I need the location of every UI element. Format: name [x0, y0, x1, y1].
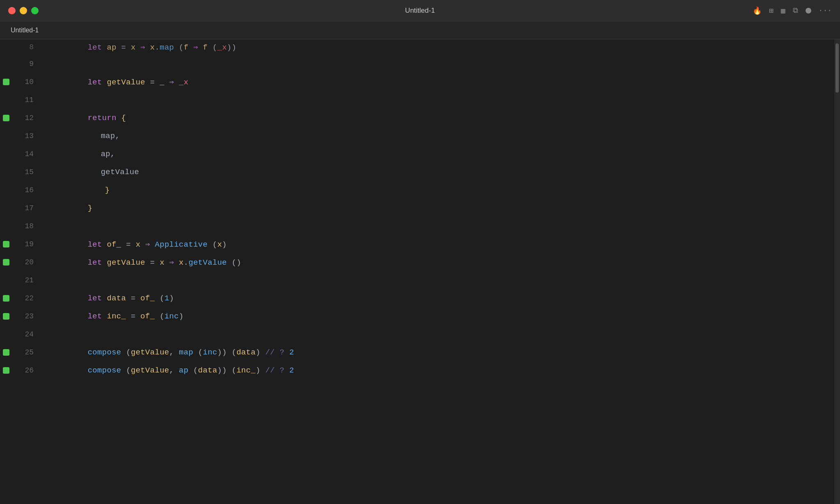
titlebar-actions: 🔥 ⊞ ▦ ⧉ ···: [753, 6, 832, 15]
breakpoint-dot-26: [3, 367, 9, 374]
line-number-22: 22: [12, 294, 45, 302]
breakpoint-dot-19: [3, 241, 9, 247]
line-number-24: 24: [12, 330, 45, 338]
line-number-25: 25: [12, 348, 45, 356]
line-row-20: 20 let getValue = x ⇒ x.getValue (): [0, 253, 840, 271]
line-number-9: 9: [12, 60, 45, 68]
line-row-8: 8 let ap = x ⇒ x.map (f ⇒ f (_x)): [0, 39, 840, 55]
flame-icon[interactable]: 🔥: [753, 6, 762, 15]
line-row-12: 12 return {: [0, 109, 840, 127]
line-number-17: 17: [12, 204, 45, 212]
scrollbar[interactable]: [834, 39, 840, 504]
breakpoint-dot-20: [3, 259, 9, 266]
line-row-10: 10 let getValue = _ ⇒ _x: [0, 73, 840, 91]
code-area: 8 let ap = x ⇒ x.map (f ⇒ f (_x)) 9 10 l…: [0, 39, 840, 504]
line-row-13: 13 map,: [0, 127, 840, 145]
breakpoint-26[interactable]: [0, 367, 12, 374]
titlebar: Untitled-1 🔥 ⊞ ▦ ⧉ ···: [0, 0, 840, 21]
window-title: Untitled-1: [405, 7, 435, 15]
line-content-26: compose (getValue, ap (data)) (inc_) // …: [45, 357, 294, 384]
traffic-lights: [8, 7, 39, 14]
breakpoint-dot-25: [3, 349, 9, 356]
scrollbar-thumb[interactable]: [835, 43, 839, 93]
breakpoint-dot-12: [3, 115, 9, 121]
line-number-16: 16: [12, 186, 45, 194]
breakpoint-dot-22: [3, 295, 9, 302]
breakpoint-22[interactable]: [0, 295, 12, 302]
line-number-23: 23: [12, 312, 45, 320]
layout-icon-1[interactable]: ⊞: [769, 6, 774, 15]
line-number-10: 10: [12, 78, 45, 86]
breakpoint-20[interactable]: [0, 259, 12, 266]
breakpoint-25[interactable]: [0, 349, 12, 356]
line-number-8: 8: [12, 43, 45, 51]
line-number-21: 21: [12, 276, 45, 284]
more-icon[interactable]: ···: [819, 7, 832, 15]
line-number-19: 19: [12, 240, 45, 248]
line-row-17: 17 }: [0, 199, 840, 217]
line-number-14: 14: [12, 150, 45, 158]
line-row-23: 23 let inc_ = of_ (inc): [0, 307, 840, 325]
tabbar: Untitled-1: [0, 21, 840, 39]
line-number-26: 26: [12, 366, 45, 375]
breakpoint-dot-23: [3, 313, 9, 320]
split-icon[interactable]: ⧉: [793, 7, 798, 15]
line-row-26: 26 compose (getValue, ap (data)) (inc_) …: [0, 361, 840, 379]
breakpoint-12[interactable]: [0, 115, 12, 121]
status-dot: [806, 8, 811, 14]
minimize-button[interactable]: [20, 7, 27, 14]
tab-untitled[interactable]: Untitled-1: [4, 24, 45, 36]
editor: 8 let ap = x ⇒ x.map (f ⇒ f (_x)) 9 10 l…: [0, 39, 840, 504]
breakpoint-dot-10: [3, 79, 9, 85]
line-number-20: 20: [12, 258, 45, 266]
line-number-15: 15: [12, 168, 45, 176]
line-number-13: 13: [12, 132, 45, 140]
layout-icon-2[interactable]: ▦: [781, 6, 785, 15]
breakpoint-23[interactable]: [0, 313, 12, 320]
line-row-16: 16 }: [0, 181, 840, 199]
breakpoint-19[interactable]: [0, 241, 12, 247]
line-number-11: 11: [12, 96, 45, 104]
close-button[interactable]: [8, 7, 16, 14]
maximize-button[interactable]: [31, 7, 39, 14]
line-number-18: 18: [12, 222, 45, 230]
line-row-15: 15 getValue: [0, 163, 840, 181]
line-number-12: 12: [12, 114, 45, 122]
breakpoint-10[interactable]: [0, 79, 12, 85]
